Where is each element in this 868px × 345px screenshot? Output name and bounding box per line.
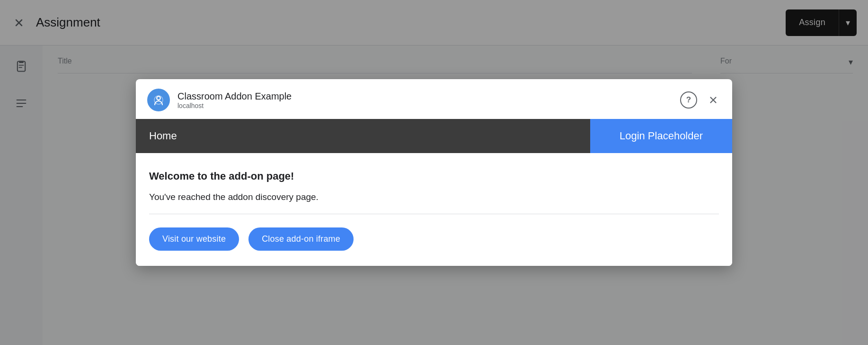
addon-host: localhost <box>177 102 292 109</box>
addon-icon <box>147 89 170 111</box>
nav-home-item[interactable]: Home <box>136 119 590 153</box>
addon-dialog: Classroom Addon Example localhost ? Home… <box>136 79 732 266</box>
dialog-body: Welcome to the add-on page! You've reach… <box>136 153 732 266</box>
dialog-nav: Home Login Placeholder <box>136 119 732 153</box>
close-iframe-button[interactable]: Close add-on iframe <box>248 227 354 251</box>
svg-point-3 <box>158 97 160 100</box>
visit-website-button[interactable]: Visit our website <box>149 227 239 251</box>
dialog-header: Classroom Addon Example localhost ? <box>136 79 732 119</box>
help-button[interactable]: ? <box>680 91 697 109</box>
nav-login-item[interactable]: Login Placeholder <box>590 119 732 153</box>
dialog-divider <box>149 214 719 214</box>
addon-name: Classroom Addon Example <box>177 91 292 102</box>
dialog-header-right: ? <box>680 91 721 109</box>
addon-info: Classroom Addon Example localhost <box>177 91 292 109</box>
welcome-subtitle: You've reached the addon discovery page. <box>149 192 719 202</box>
dialog-header-left: Classroom Addon Example localhost <box>147 89 292 111</box>
welcome-title: Welcome to the add-on page! <box>149 170 719 182</box>
close-dialog-button[interactable] <box>706 92 721 108</box>
dialog-actions: Visit our website Close add-on iframe <box>149 227 719 251</box>
